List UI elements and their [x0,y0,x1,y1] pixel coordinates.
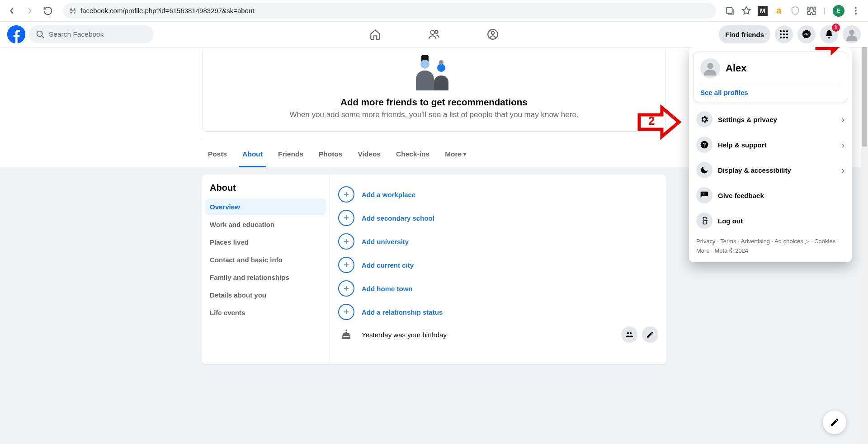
edit-pencil-icon[interactable] [642,326,658,343]
svg-point-3 [74,12,75,13]
tab-posts[interactable]: Posts [208,141,227,167]
header-right: Find friends 1 [719,25,861,43]
svg-text:?: ? [703,142,706,147]
site-settings-icon[interactable] [69,7,77,15]
search-placeholder: Search Facebook [49,30,104,38]
messenger-button[interactable] [797,25,816,43]
back-button[interactable] [5,5,18,17]
plus-icon: + [338,233,354,250]
svg-point-5 [855,7,857,9]
menu-give-feedback[interactable]: Give feedback [693,183,847,208]
svg-point-16 [786,30,788,32]
svg-point-14 [780,30,782,32]
vertical-scrollbar[interactable] [861,47,868,444]
about-details: +Add a workplace +Add secondary school +… [330,175,666,364]
plus-icon: + [338,210,354,226]
recommendation-card: Add more friends to get recommendations … [202,47,666,132]
plus-icon: + [338,257,354,273]
account-avatar-button[interactable] [843,25,861,43]
nav-groups[interactable] [479,22,506,47]
about-nav-life[interactable]: Life events [205,304,326,321]
bookmark-star-icon[interactable] [741,6,751,16]
tab-checkins[interactable]: Check-ins [396,141,429,167]
address-bar[interactable]: facebook.com/profile.php?id=615638149832… [63,3,716,19]
reload-button[interactable] [42,5,54,17]
birthday-row: Yesterday was your birthday [338,324,658,345]
url-text: facebook.com/profile.php?id=615638149832… [80,7,254,14]
friends-illustration-icon [412,52,456,90]
chevron-right-icon: › [841,140,844,150]
nav-home[interactable] [362,22,389,47]
menu-display-accessibility[interactable]: Display & accessibility › [693,157,847,183]
add-workplace[interactable]: +Add a workplace [338,183,658,206]
moon-icon [696,162,712,178]
tab-more[interactable]: More▾ [445,141,466,167]
tab-friends[interactable]: Friends [278,141,303,167]
menu-footer-links[interactable]: Privacy · Terms · Advertising · Ad choic… [693,233,847,256]
notifications-button[interactable]: 1 [820,25,838,43]
extension-m-icon[interactable]: M [758,6,768,16]
chevron-right-icon: › [841,114,844,125]
cake-icon [338,329,354,340]
gear-icon [696,111,712,128]
nav-friends[interactable] [420,22,448,47]
menu-grid-button[interactable] [775,25,793,43]
browser-actions: M a | E [725,5,863,17]
audience-icon[interactable] [621,326,637,343]
chevron-right-icon: › [841,165,844,175]
account-menu-list: Settings & privacy › ? Help & support › … [693,107,847,233]
svg-point-29 [630,332,632,335]
add-current-city[interactable]: +Add current city [338,253,658,277]
forward-button[interactable] [24,5,36,17]
about-nav-places[interactable]: Places lived [205,234,326,250]
about-nav-overview[interactable]: Overview [205,198,326,215]
facebook-header: Search Facebook Find friends 1 [0,22,868,47]
add-relationship[interactable]: +Add a relationship status [338,300,658,324]
chrome-menu-icon[interactable] [851,6,861,16]
about-nav-work[interactable]: Work and education [205,216,326,233]
svg-point-21 [783,37,785,38]
menu-log-out[interactable]: Log out [693,208,847,233]
svg-point-26 [437,64,445,72]
plus-icon: + [338,186,354,203]
install-app-icon[interactable] [725,6,735,16]
svg-point-2 [71,12,71,13]
feedback-icon [696,187,712,203]
extensions-puzzle-icon[interactable] [807,6,816,16]
svg-point-10 [430,30,434,34]
menu-help-support[interactable]: ? Help & support › [693,132,847,157]
floating-edit-button[interactable] [823,411,846,434]
add-secondary-school[interactable]: +Add secondary school [338,206,658,230]
facebook-search[interactable]: Search Facebook [29,25,154,43]
plus-icon: + [338,304,354,320]
chrome-profile-avatar[interactable]: E [833,5,844,17]
about-nav-details[interactable]: Details about you [205,287,326,303]
svg-point-28 [627,332,629,335]
find-friends-button[interactable]: Find friends [719,25,770,43]
tab-videos[interactable]: Videos [358,141,381,167]
svg-point-30 [707,63,713,69]
svg-point-23 [849,30,854,35]
about-nav-family[interactable]: Family and relationships [205,269,326,286]
notification-badge: 1 [832,24,840,32]
facebook-logo[interactable] [7,25,25,43]
menu-settings-privacy[interactable]: Settings & privacy › [693,107,847,132]
logout-icon [696,213,712,229]
plus-icon: + [338,280,354,297]
extension-a-icon[interactable]: a [774,6,784,16]
callout-arrow-2: 2 [637,104,681,142]
recommendation-title: Add more friends to get recommendations [212,97,656,108]
tab-photos[interactable]: Photos [319,141,343,167]
about-nav-contact[interactable]: Contact and basic info [205,251,326,268]
svg-point-9 [37,31,42,37]
chevron-down-icon: ▾ [463,151,466,157]
shield-icon[interactable] [790,6,800,16]
see-all-profiles-link[interactable]: See all profiles [700,89,840,96]
about-heading: About [205,183,326,198]
add-university[interactable]: +Add university [338,230,658,253]
svg-rect-4 [726,7,732,13]
divider [700,84,840,84]
add-home-town[interactable]: +Add home town [338,277,658,300]
svg-point-27 [439,60,443,65]
tab-about[interactable]: About [242,141,263,167]
